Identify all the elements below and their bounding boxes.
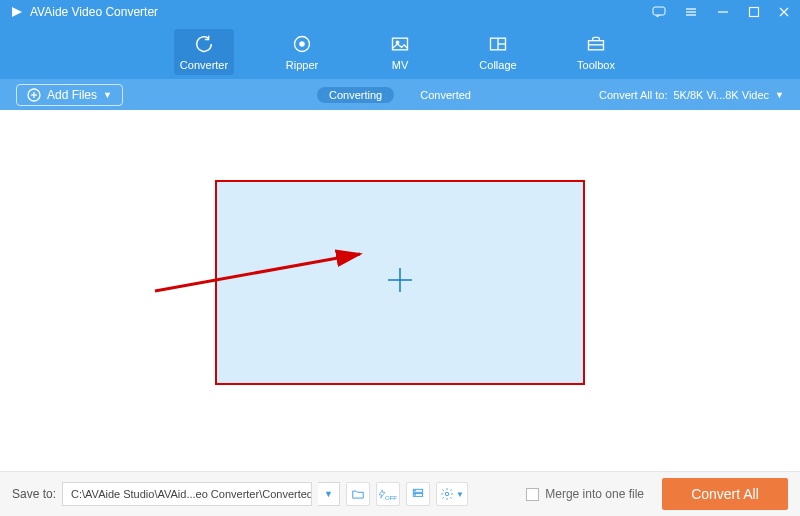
add-files-button[interactable]: Add Files ▼ (16, 84, 123, 106)
footer-bar: Save to: C:\AVAide Studio\AVAid...eo Con… (0, 471, 800, 516)
convert-button-label: Convert All (691, 486, 759, 502)
tab-converting[interactable]: Converting (317, 87, 394, 103)
maximize-icon[interactable] (748, 6, 760, 18)
svg-rect-11 (393, 38, 408, 50)
refresh-icon (193, 33, 215, 55)
minimize-icon[interactable] (716, 5, 730, 19)
add-plus-icon (385, 265, 415, 300)
convert-all-to-label: Convert All to: (599, 89, 667, 101)
output-format-selector[interactable]: 5K/8K Vi...8K Videc (673, 89, 769, 101)
close-icon[interactable] (778, 6, 790, 18)
tab-converted[interactable]: Converted (408, 87, 483, 103)
toolbox-icon (586, 33, 606, 55)
tab-toolbox[interactable]: Toolbox (566, 29, 626, 75)
tab-label: Toolbox (577, 59, 615, 71)
tab-label: Collage (479, 59, 516, 71)
tab-converter[interactable]: Converter (174, 29, 234, 75)
convert-all-button[interactable]: Convert All (662, 478, 788, 510)
svg-marker-0 (12, 7, 22, 17)
disc-icon (292, 33, 312, 55)
save-path-value: C:\AVAide Studio\AVAid...eo Converter\Co… (71, 488, 312, 500)
title-bar: AVAide Video Converter (0, 0, 800, 24)
settings-button[interactable]: ▼ (436, 482, 468, 506)
grid-icon (488, 33, 508, 55)
task-schedule-button[interactable] (406, 482, 430, 506)
menu-icon[interactable] (684, 5, 698, 19)
checkbox-icon (526, 488, 539, 501)
app-title: AVAide Video Converter (30, 5, 158, 19)
tab-label: Converter (180, 59, 228, 71)
svg-point-10 (300, 41, 304, 45)
sub-toolbar: Add Files ▼ Converting Converted Convert… (0, 79, 800, 110)
tab-label: Ripper (286, 59, 318, 71)
svg-rect-6 (750, 8, 759, 17)
main-tabs: Converter Ripper MV Collage Toolbox (0, 24, 800, 79)
hardware-accel-button[interactable]: OFF (376, 482, 400, 506)
tab-mv[interactable]: MV (370, 29, 430, 75)
chevron-down-icon[interactable]: ▼ (775, 90, 784, 100)
gear-icon (440, 487, 454, 501)
open-folder-button[interactable] (346, 482, 370, 506)
drop-zone[interactable] (215, 180, 585, 385)
main-area (0, 110, 800, 471)
merge-label: Merge into one file (545, 487, 644, 501)
save-path-dropdown[interactable]: ▼ (318, 482, 340, 506)
save-path-field[interactable]: C:\AVAide Studio\AVAid...eo Converter\Co… (62, 482, 312, 506)
picture-icon (390, 33, 410, 55)
plus-circle-icon (27, 88, 41, 102)
app-logo-icon (10, 5, 24, 19)
add-files-label: Add Files (47, 88, 97, 102)
svg-rect-1 (653, 7, 665, 15)
svg-point-28 (445, 492, 449, 496)
chevron-down-icon: ▼ (103, 90, 112, 100)
chevron-down-icon: ▼ (456, 490, 464, 499)
tab-collage[interactable]: Collage (468, 29, 528, 75)
stack-icon (411, 487, 425, 501)
save-to-label: Save to: (12, 487, 56, 501)
svg-point-27 (415, 494, 416, 495)
svg-point-26 (415, 490, 416, 491)
tab-ripper[interactable]: Ripper (272, 29, 332, 75)
feedback-icon[interactable] (652, 5, 666, 19)
folder-icon (351, 487, 365, 501)
merge-checkbox[interactable]: Merge into one file (526, 487, 644, 501)
tab-label: MV (392, 59, 409, 71)
